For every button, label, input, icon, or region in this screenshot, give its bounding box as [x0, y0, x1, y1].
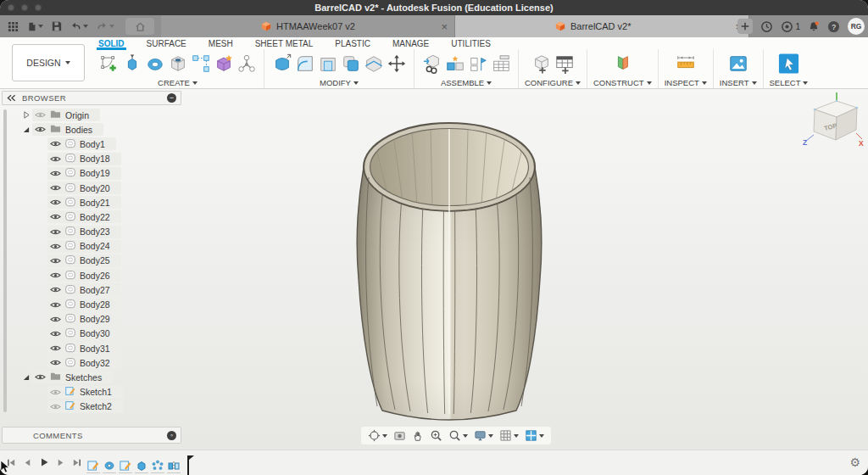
pan-button[interactable] — [412, 430, 424, 442]
new-document-button[interactable] — [737, 19, 753, 34]
tree-item-body23[interactable]: Body23 — [10, 225, 123, 239]
configuration-button[interactable] — [530, 50, 553, 77]
tree-item-body27[interactable]: Body27 — [10, 282, 123, 297]
visibility-eye-icon[interactable] — [50, 257, 61, 265]
help-icon[interactable]: ? — [827, 20, 840, 33]
tree-item-body20[interactable]: Body20 — [10, 181, 123, 195]
visibility-eye-icon[interactable] — [50, 243, 61, 250]
tree-item-body30[interactable]: Body30 — [10, 327, 123, 341]
measure-button[interactable] — [674, 50, 697, 77]
browser-collapse-button[interactable]: − — [167, 93, 176, 103]
ribbon-tab-mesh[interactable]: MESH — [209, 39, 233, 48]
collapse-panel-icon[interactable] — [7, 94, 16, 102]
home-view-button[interactable] — [125, 18, 154, 35]
undo-button[interactable] — [68, 20, 91, 33]
rectangular-pattern-button[interactable] — [189, 50, 212, 77]
tree-item-sketch2[interactable]: Sketch2 — [10, 400, 123, 414]
close-tab-icon[interactable]: × — [441, 21, 448, 32]
timeline-feature-sketch-1[interactable] — [86, 458, 100, 473]
tree-item-body21[interactable]: Body21 — [10, 195, 123, 210]
group-label[interactable]: CREATE — [158, 77, 198, 88]
grid-settings-button[interactable] — [499, 429, 519, 442]
visibility-eye-icon[interactable] — [50, 228, 61, 236]
joint-button[interactable] — [443, 50, 466, 77]
visibility-eye-icon[interactable] — [50, 271, 61, 279]
tree-item-body22[interactable]: Body22 — [10, 210, 123, 224]
timeline-skip-end-button[interactable] — [72, 458, 81, 467]
fillet-button[interactable] — [293, 50, 316, 77]
create-form-button[interactable] — [212, 50, 235, 77]
ribbon-tab-manage[interactable]: MANAGE — [392, 39, 429, 48]
comments-expand-button[interactable]: ◦ — [167, 431, 176, 440]
group-label[interactable]: CONFIGURE — [525, 77, 581, 88]
timeline-play-button[interactable] — [39, 457, 49, 467]
timeline-position-marker[interactable] — [185, 455, 193, 475]
document-tab[interactable]: HTMAAWeek07 v2 × — [161, 15, 455, 37]
visibility-eye-icon[interactable] — [50, 301, 61, 309]
hole-button[interactable] — [166, 50, 189, 77]
timeline-feature-circular-pattern-5[interactable] — [151, 458, 164, 473]
group-label[interactable]: CONSTRUCT — [593, 77, 652, 88]
group-label[interactable]: ASSEMBLE — [441, 77, 492, 88]
expand-arrow-icon[interactable] — [22, 111, 31, 119]
settings-gear-icon[interactable]: ⚙ — [849, 455, 860, 469]
timeline-feature-revolve-2[interactable] — [103, 458, 116, 473]
automate-button[interactable] — [235, 50, 258, 77]
zoom-button[interactable] — [430, 429, 442, 442]
collapse-arrow-icon[interactable] — [22, 374, 31, 381]
look-at-button[interactable] — [393, 429, 406, 442]
shell-button[interactable] — [316, 50, 339, 77]
ribbon-tab-plastic[interactable]: PLASTIC — [335, 39, 370, 48]
create-sketch-button[interactable] — [97, 50, 120, 77]
viewport-canvas[interactable]: BROWSER − Origin Bodies Body1 Body18 Bod… — [0, 89, 868, 450]
app-launcher-button[interactable] — [5, 20, 21, 34]
avatar[interactable]: RG — [848, 18, 865, 35]
fit-button[interactable] — [448, 429, 468, 442]
tree-item-body25[interactable]: Body25 — [10, 254, 123, 268]
split-body-button[interactable] — [362, 50, 385, 77]
tree-item-body29[interactable]: Body29 — [10, 312, 123, 327]
visibility-eye-icon[interactable] — [50, 359, 61, 366]
visibility-eye-icon[interactable] — [50, 330, 61, 338]
group-label[interactable]: INSERT — [720, 77, 757, 88]
group-label[interactable]: SELECT — [770, 77, 809, 88]
timeline-feature-mirror-6[interactable] — [167, 458, 181, 473]
visibility-eye-icon[interactable] — [50, 403, 61, 411]
construction-plane-button[interactable] — [611, 50, 634, 77]
document-tab[interactable]: BarrelCAD v2* × — [455, 15, 749, 37]
visibility-eye-icon[interactable] — [50, 388, 61, 396]
group-label[interactable]: INSPECT — [665, 77, 707, 88]
ribbon-tab-solid[interactable]: SOLID — [98, 39, 125, 48]
tree-item-sketches[interactable]: Sketches — [10, 370, 123, 384]
visibility-eye-icon[interactable] — [35, 373, 46, 381]
timeline-feature-sketch-3[interactable] — [119, 458, 132, 473]
tree-item-body1[interactable]: Body1 — [10, 137, 123, 151]
visibility-eye-icon[interactable] — [50, 198, 61, 206]
tree-item-bodies[interactable]: Bodies — [10, 122, 123, 137]
ribbon-tab-surface[interactable]: SURFACE — [147, 39, 186, 48]
job-status[interactable]: 1 — [781, 20, 800, 33]
tree-item-body19[interactable]: Body19 — [10, 166, 123, 181]
orbit-button[interactable] — [368, 429, 387, 442]
timeline-step-back-button[interactable] — [23, 458, 32, 467]
ribbon-tab-utilities[interactable]: UTILITIES — [451, 39, 491, 48]
collapse-arrow-icon[interactable] — [22, 126, 31, 133]
motion-study-button[interactable] — [489, 50, 512, 77]
extensions-icon[interactable] — [760, 20, 773, 33]
viewports-button[interactable] — [525, 429, 544, 442]
tree-item-body28[interactable]: Body28 — [10, 297, 123, 311]
tree-item-origin[interactable]: Origin — [10, 108, 123, 122]
timeline-step-forward-button[interactable] — [56, 458, 65, 467]
tree-item-sketch1[interactable]: Sketch1 — [10, 385, 123, 400]
barrel-model[interactable] — [344, 113, 544, 422]
visibility-eye-icon[interactable] — [50, 344, 61, 352]
as-built-joint-button[interactable] — [466, 50, 489, 77]
combine-button[interactable] — [339, 50, 362, 77]
move-copy-button[interactable] — [385, 50, 408, 77]
visibility-eye-icon[interactable] — [50, 140, 61, 148]
visibility-eye-icon[interactable] — [50, 213, 61, 221]
visibility-eye-icon[interactable] — [35, 126, 46, 133]
new-component-button[interactable] — [420, 50, 443, 77]
notifications-bell-icon[interactable] — [808, 20, 820, 33]
visibility-eye-icon[interactable] — [50, 316, 61, 323]
